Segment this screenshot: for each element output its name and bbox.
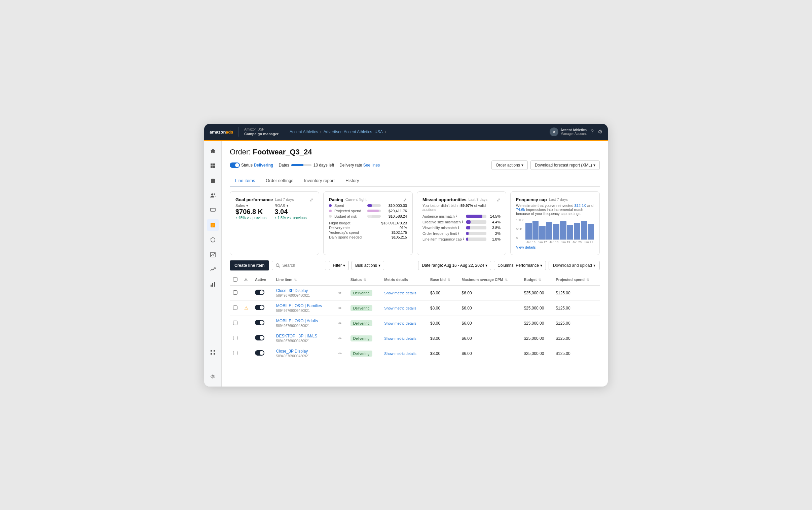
sidebar-icon-shield[interactable] [207,234,219,246]
line-item-name-1[interactable]: MOBILE | O&O | Families [276,304,332,308]
sidebar-icon-orange-active[interactable] [207,219,219,231]
show-metric-3[interactable]: Show metric details [384,336,416,340]
show-metric-1[interactable]: Show metric details [384,306,416,310]
help-icon[interactable]: ? [591,129,594,135]
tab-line-items[interactable]: Line items [230,175,260,187]
row-checkbox-2[interactable] [233,320,237,325]
breadcrumb-advertiser[interactable]: Advertiser: Accent Athletics_USA [324,130,383,134]
sort-icon4: ⇅ [505,278,508,282]
sidebar-icon-monitor[interactable] [207,204,219,216]
date-progress: Dates 10 days left [279,163,334,168]
svg-rect-3 [213,164,215,166]
columns-button[interactable]: Columns: Performance ▾ [494,261,546,270]
sidebar-icon-bar[interactable] [207,278,219,290]
sidebar-icon-graph[interactable] [207,249,219,261]
expand-icon[interactable]: ⤢ [310,197,314,202]
freq-bar-0 [525,223,532,239]
row-checkbox-4[interactable] [233,351,237,355]
sidebar-icon-apps[interactable] [207,346,219,358]
info-icon[interactable]: ℹ [456,214,457,218]
row-toggle-4[interactable] [255,350,264,356]
row-alert-cell [241,285,252,301]
svg-point-7 [211,193,213,195]
create-line-item-button[interactable]: Create line item [230,260,269,271]
sidebar-icon-trend[interactable] [207,263,219,276]
view-details-link[interactable]: View details [516,245,594,249]
alert-icon: ⚠ [244,278,248,282]
row-status-cell: Delivering [347,331,381,346]
pacing-expand-icon[interactable]: ⤢ [403,197,407,202]
sort-icon: ⇅ [294,278,297,282]
sidebar-icon-grid[interactable] [207,160,219,172]
sort-icon3: ⇅ [447,278,450,282]
line-item-name-3[interactable]: DESKTOP | 3P | IM/LS [276,334,332,338]
sidebar-icon-home[interactable] [207,145,219,157]
dates-progress-fill [291,164,303,166]
account-info: A Accent Athletics Manager Account [550,128,587,136]
info-icon[interactable]: ℹ [458,226,459,229]
header-actions: Order actions ▾ Download forecast report… [491,161,600,170]
search-input[interactable] [282,263,323,268]
tab-inventory-report[interactable]: Inventory report [299,175,340,187]
chevron-down-icon: ▾ [521,163,523,168]
row-toggle-3[interactable] [255,335,264,340]
row-edit-cell: ✏ [335,285,347,301]
sales-metric: Sales ▾ $706.8 K ↑ 45% vs. previous [235,203,266,220]
edit-icon-3[interactable]: ✏ [338,336,342,341]
info-icon[interactable]: ℹ [458,231,459,235]
date-range-button[interactable]: Date range: Aug 16 - Aug 22, 2024 ▾ [418,261,491,270]
row-budget-cell: $25,000.00 [520,346,552,361]
select-all-checkbox[interactable] [233,277,237,282]
row-toggle-2[interactable] [255,320,264,325]
th-max-cpm: Maximum average CPM ⇅ [459,275,521,285]
edit-icon-4[interactable]: ✏ [338,351,342,356]
missed-opp-rows: Audience mismatch ℹ 14.5% Creative size … [423,214,500,241]
freq-bar-8 [581,221,587,239]
toggle-on[interactable] [230,163,240,168]
line-item-name-2[interactable]: MOBILE | O&O | Adults [276,319,332,323]
edit-icon-0[interactable]: ✏ [338,291,342,295]
line-item-name-4[interactable]: Close_3P Display [276,349,332,353]
download-forecast-button[interactable]: Download forecast report (XML) ▾ [530,161,600,170]
breadcrumb: Accent Athletics › Advertiser: Accent At… [290,130,386,134]
info-icon[interactable]: ℹ [462,220,463,224]
edit-icon-1[interactable]: ✏ [338,306,342,311]
show-metric-2[interactable]: Show metric details [384,321,416,325]
row-toggle-1[interactable] [255,305,264,310]
row-base-bid-cell: $3.00 [427,331,459,346]
line-item-name-0[interactable]: Close_3P Display [276,288,332,293]
row-checkbox-1[interactable] [233,306,237,310]
edit-icon-2[interactable]: ✏ [338,321,342,325]
order-actions-button[interactable]: Order actions ▾ [491,161,528,170]
table-row: Close_3P Display 589496769009480921 ✏ De… [230,285,600,301]
row-checkbox-cell [230,346,241,361]
sidebar-icon-db[interactable] [207,175,219,187]
download-upload-button[interactable]: Download and upload ▾ [549,261,600,270]
row-alert-cell [241,346,252,361]
see-lines-link[interactable]: See lines [363,163,380,168]
tab-history[interactable]: History [340,175,364,187]
sidebar-icon-gear[interactable] [207,370,219,382]
status-toggle[interactable]: Status Delivering [230,163,273,168]
filter-button[interactable]: Filter ▾ [329,261,349,270]
show-metric-0[interactable]: Show metric details [384,291,416,295]
sidebar-icon-users[interactable] [207,190,219,201]
info-icon[interactable]: ℹ [463,237,464,241]
th-active: Active [252,275,273,285]
missed-row-4: Line item frequency cap ℹ 1.8% [423,237,500,241]
row-metric-cell: Show metric details [381,285,427,301]
row-checkbox-3[interactable] [233,336,237,340]
row-checkbox-0[interactable] [233,290,237,295]
settings-icon[interactable]: ⚙ [598,129,603,135]
breadcrumb-accent[interactable]: Accent Athletics [290,130,318,134]
bulk-actions-button[interactable]: Bulk actions ▾ [351,261,384,270]
tab-order-settings[interactable]: Order settings [260,175,299,187]
missed-bar-1 [466,220,486,224]
missed-bar-0 [466,215,486,218]
missed-expand-icon[interactable]: ⤢ [496,197,500,202]
row-toggle-0[interactable] [255,290,264,295]
missed-row-3: Order frequency limit ℹ 2% [423,231,500,235]
show-metric-4[interactable]: Show metric details [384,351,416,356]
th-projected-spend: Projected spend ⇅ [552,275,600,285]
freq-chart-labels: Jan 16 Jan 17 Jan 18 Jan 19 Jan 20 Jan 2… [525,240,594,244]
